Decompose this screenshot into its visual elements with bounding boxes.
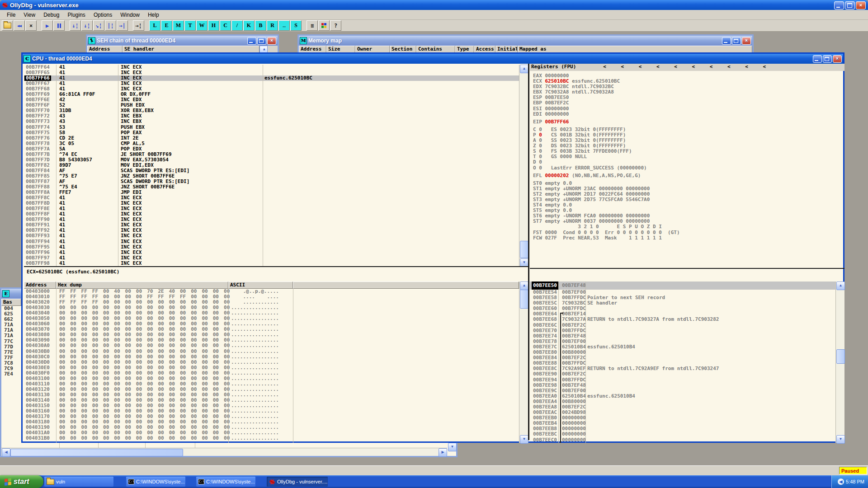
taskbar-task-4[interactable]: OllyDbg - vulnserver.... [267, 477, 328, 487]
disasm-row[interactable]: 00B7FF88^75 E4JNZ SHORT 00B7FF6E [24, 184, 519, 190]
view-button-B[interactable]: B [255, 20, 266, 31]
disasm-row[interactable]: 00B7FF9541INC ECX [24, 244, 519, 250]
pause-icon[interactable] [53, 20, 65, 31]
disasm-row[interactable]: 00B7FF6441INC ECX [24, 65, 519, 70]
disassembly-scrollbar[interactable]: ▲ ▼ [519, 65, 528, 266]
dump-row[interactable]: 004030E000 00 00 00 00 00 00 00 00 00 00… [24, 365, 519, 371]
disasm-row[interactable]: 00B7FF6841INC ECX [24, 86, 519, 92]
menu-item-view[interactable]: View [19, 11, 39, 19]
dump-row[interactable]: 004030F000 00 00 00 00 00 00 00 00 00 00… [24, 371, 519, 376]
stack-row[interactable]: 00B7EE9400B7FFDC [530, 377, 835, 383]
view-button-L[interactable]: L [149, 20, 160, 31]
taskbar-task-1[interactable]: vuln [44, 477, 113, 487]
register-line[interactable]: ST3 empty +UNORM 2D75 77C5FCA0 5546C7A0 [530, 197, 844, 202]
column-header-se-handler[interactable]: SE handler [123, 46, 259, 53]
register-line[interactable]: EDI 00000000 [530, 112, 844, 117]
memory-window-titlebar[interactable]: M Memory map × [299, 36, 752, 46]
close-program-icon[interactable]: × [25, 20, 37, 31]
modules-base-column[interactable]: Bas [1, 299, 21, 306]
view-button-S[interactable]: S [290, 20, 302, 31]
disasm-row[interactable]: 00B7FF9641INC ECX [24, 250, 519, 255]
tray-chevron-icon[interactable]: ◀ [838, 479, 844, 485]
dump-row[interactable]: 004030A000 00 00 00 00 00 00 00 00 00 00… [24, 343, 519, 348]
view-button-dots[interactable]: ... [278, 20, 290, 31]
animate-over-icon[interactable]: |¦ [105, 20, 116, 31]
register-line[interactable]: EBP 00B7EF2C [530, 100, 844, 106]
dump-row[interactable]: 0040310000 00 00 00 00 00 00 00 00 00 00… [24, 376, 519, 381]
scroll-down-icon[interactable]: ▼ [448, 443, 457, 451]
register-line[interactable]: FCW 027F Prec NEAR,53 Mask 1 1 1 1 1 1 [530, 235, 844, 241]
disasm-row[interactable]: 00B7FF6F52PUSH EDX [24, 103, 519, 108]
disasm-row[interactable]: 00B7FF9741INC ECX [24, 255, 519, 261]
register-line[interactable]: EIP 00B7FF66 [530, 119, 844, 125]
appearance-icon[interactable] [318, 20, 330, 31]
disasm-row[interactable]: 00B7FF9341INC ECX [24, 233, 519, 239]
scroll-down-icon[interactable]: ▼ [520, 435, 528, 444]
start-button[interactable]: start [0, 475, 43, 488]
register-line[interactable]: ST4 empty 0.0 [530, 202, 844, 208]
stack-row[interactable]: 00B7EE9C00B7EF00 [530, 388, 835, 394]
cpu-window-titlebar[interactable]: C CPU - thread 00000ED4 × [23, 54, 843, 64]
disasm-row[interactable]: 00B7FF9441INC ECX [24, 239, 519, 244]
stack-row[interactable]: 00B7EE6C00B7EF2C [530, 323, 835, 328]
disasm-row[interactable]: 00B7FF7031DBXOR EBX,EBX [24, 108, 519, 113]
registers-pane[interactable]: EAX 00000000ECX 625010BC essfunc.625010B… [530, 73, 844, 241]
disasm-row[interactable]: 00B7FF8F41INC ECX [24, 211, 519, 217]
view-button-H[interactable]: H [208, 20, 219, 31]
disasm-row[interactable]: 00B7FF6741INC ECX [24, 81, 519, 86]
view-button-M[interactable]: M [173, 20, 184, 31]
menu-item-file[interactable]: File [3, 11, 19, 19]
column-header-mapped-as[interactable]: Mapped as [518, 46, 752, 53]
taskbar-task-3[interactable]: C:\C:\WINDOWS\syste... [196, 477, 255, 487]
disasm-row[interactable]: 00B7FF8C41INC ECX [24, 195, 519, 201]
disasm-row[interactable]: 00B7FF9841INC ECX [24, 261, 519, 266]
disassembly-pane[interactable]: 00B7FF6441INC ECX00B7FF6541INC ECX00B7FF… [24, 65, 519, 266]
cpu-close-button[interactable]: × [833, 55, 842, 63]
dump-row[interactable]: 004030B000 00 00 00 00 00 00 00 00 00 00… [24, 349, 519, 354]
disasm-row[interactable]: 00B7FF76CD 2EINT 2E [24, 136, 519, 141]
dump-row[interactable]: 004030D000 00 00 00 00 00 00 00 00 00 00… [24, 360, 519, 365]
options-list-icon[interactable]: ≡ [307, 20, 318, 31]
column-header-access[interactable]: Access [474, 46, 495, 53]
app-titlebar[interactable]: OllyDbg - vulnserver.exe × [0, 0, 868, 10]
run-icon[interactable]: ▶ [42, 20, 53, 31]
scroll-up-icon[interactable]: ▲ [836, 282, 845, 290]
column-header-section[interactable]: Section [390, 46, 416, 53]
column-header-contains[interactable]: Contains [416, 46, 455, 53]
step-into-icon[interactable]: ↓¦ [70, 20, 81, 31]
disasm-row[interactable]: 00B7FF9141INC ECX [24, 222, 519, 228]
minimize-button[interactable] [834, 1, 844, 9]
disasm-row[interactable]: 00B7FF6E42INC EDX [24, 97, 519, 103]
view-button-T[interactable]: T [184, 20, 196, 31]
close-button[interactable]: × [856, 1, 866, 9]
view-button-E[interactable]: E [161, 20, 172, 31]
column-header-address[interactable]: Address [87, 46, 123, 53]
column-header-size[interactable]: Size [326, 46, 355, 53]
disasm-row[interactable]: 00B7FF7558POP EAX [24, 130, 519, 136]
stack-row[interactable]: 00B7EE687C90327ARETURN to ntdll.7C90327A… [530, 317, 835, 322]
disasm-row[interactable]: 00B7FF6966:81CA FF0FOR DX,0FFF [24, 92, 519, 97]
memory-close-button[interactable]: × [742, 37, 751, 45]
disasm-row[interactable]: 00B7FF7DB8 54303057MOV EAX,57303054 [24, 157, 519, 163]
disasm-row[interactable]: 00B7FF8AFFE7JMP EDI [24, 190, 519, 195]
hex-dump-pane[interactable]: 00403000FF FF FF FF 00 40 00 00 70 2E 40… [24, 289, 519, 443]
seh-window-titlebar[interactable]: SEH chain of thread 00000ED4 × [87, 36, 278, 46]
go-to-address-icon[interactable]: →¦ [133, 20, 144, 31]
modules-horizontal-scrollbar[interactable]: ◀ ▶ [1, 448, 447, 456]
scroll-down-icon[interactable]: ▼ [836, 435, 845, 444]
seh-minimize-button[interactable] [247, 37, 256, 45]
register-line[interactable]: O 0 LastErr ERROR_SUCCESS (00000000) [530, 165, 844, 171]
menu-item-plugins[interactable]: Plugins [64, 11, 90, 19]
view-button-K[interactable]: K [243, 20, 255, 31]
help-icon[interactable]: ? [330, 20, 341, 31]
dump-column-hex-dump[interactable]: Hex dump [56, 282, 228, 289]
column-header-address[interactable]: Address [299, 46, 326, 53]
scroll-up-icon[interactable]: ▲ [520, 282, 528, 290]
disasm-row[interactable]: 00B7FF6641INC ECXessfunc.625010BC [24, 75, 519, 81]
scroll-up-icon[interactable]: ▲ [520, 65, 528, 73]
stack-scrollbar[interactable]: ▲ ▼ [835, 282, 844, 443]
disasm-row[interactable]: 00B7FF7B^74 ECJE SHORT 00B7FF69 [24, 152, 519, 157]
view-button-slash[interactable]: / [231, 20, 243, 31]
cpu-minimize-button[interactable] [813, 55, 822, 63]
register-line[interactable]: EBX 7C9032A8 ntdll.7C9032A8 [530, 89, 844, 95]
